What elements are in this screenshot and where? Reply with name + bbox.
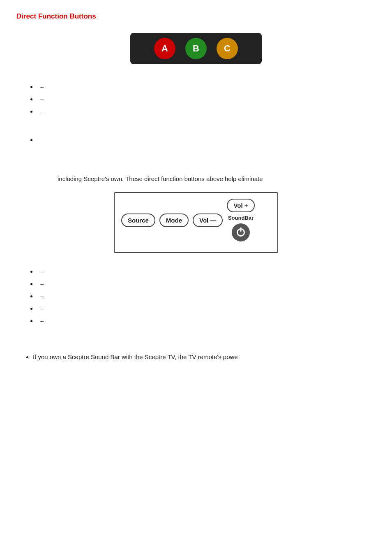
soundbar-panel: Source Mode Vol — Vol + SoundBar [114, 192, 278, 253]
list-item: – [37, 265, 376, 278]
list-item: – [37, 278, 376, 290]
list-item: – [37, 93, 376, 105]
list-item: – [37, 302, 376, 315]
soundbar-label: SoundBar [228, 215, 254, 221]
paragraph-text: including Sceptre's own. These direct fu… [58, 174, 376, 184]
list-item: – [37, 315, 376, 327]
vol-plus-wrapper: Vol + SoundBar [227, 199, 254, 241]
list-item: – [37, 105, 376, 118]
single-bullet-list [16, 134, 376, 145]
mode-button[interactable]: Mode [159, 214, 189, 227]
soundbar-top-row: Source Mode Vol — Vol + SoundBar [121, 199, 271, 241]
button-b[interactable]: B [185, 38, 207, 59]
page-title: Direct Function Buttons [16, 12, 376, 21]
bottom-bullet-text: If you own a Sceptre Sound Bar with the … [33, 353, 238, 360]
source-button[interactable]: Source [121, 214, 155, 227]
first-bullet-list: – – – [16, 81, 376, 118]
list-item: If you own a Sceptre Sound Bar with the … [33, 352, 376, 362]
list-item: – [37, 81, 376, 93]
abc-button-bar: A B C [130, 33, 262, 64]
list-item [37, 134, 376, 145]
power-icon [237, 228, 245, 237]
vol-plus-button[interactable]: Vol + [227, 199, 254, 212]
bottom-bullet-list: If you own a Sceptre Sound Bar with the … [16, 352, 376, 362]
button-c[interactable]: C [217, 38, 238, 59]
second-bullet-list: – – – – – [16, 265, 376, 327]
power-button[interactable] [232, 223, 250, 241]
list-item: – [37, 290, 376, 302]
vol-minus-button[interactable]: Vol — [193, 214, 223, 227]
button-a[interactable]: A [154, 38, 175, 59]
